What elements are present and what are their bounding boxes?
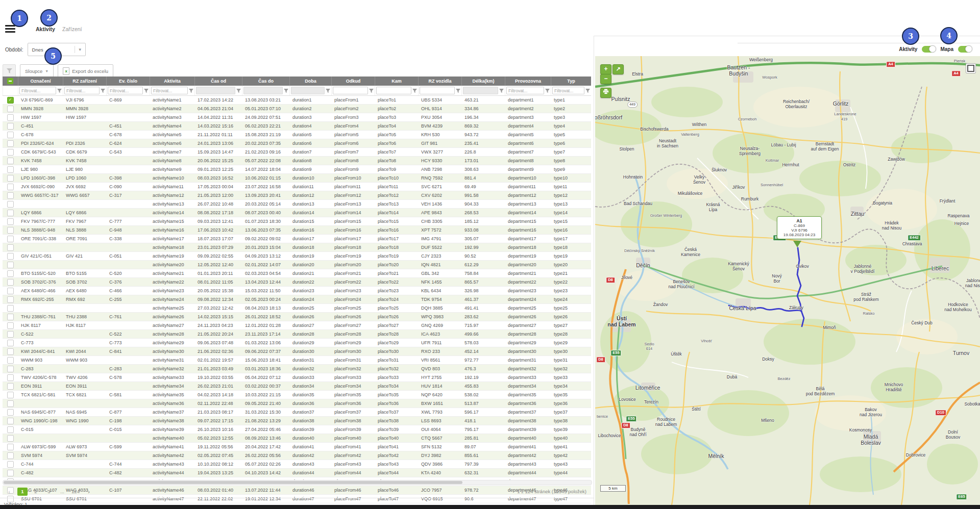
column-header[interactable]: Délka(km) [461, 77, 505, 86]
filter-input[interactable] [376, 87, 411, 94]
table-row[interactable]: RMX 692/C-255RMX 692C-255activityName240… [3, 295, 591, 304]
table-row[interactable]: WWM 903WWM 903activityName3102.01.2022 1… [3, 356, 591, 365]
table-row[interactable]: C-283C-283activityName3221.01.2023 03:49… [3, 365, 591, 373]
row-checkbox[interactable] [7, 305, 14, 312]
row-checkbox[interactable] [7, 253, 14, 260]
row-checkbox[interactable] [7, 435, 14, 442]
table-row[interactable]: GIV 421/C-051GIV 421C-051activityName190… [3, 252, 591, 261]
table-row[interactable]: activityName2012.05.2022 12:4002.01.2022… [3, 261, 591, 269]
row-checkbox[interactable] [7, 262, 14, 268]
pagination-next-button[interactable]: › [84, 488, 94, 496]
row-checkbox[interactable] [7, 374, 14, 381]
filter-input[interactable] [108, 87, 143, 94]
row-checkbox[interactable] [7, 357, 14, 364]
toggle-aktivity-switch[interactable] [922, 46, 936, 53]
row-checkbox[interactable] [7, 314, 14, 320]
table-row[interactable]: activityName2527.03.2022 12:4208.04.2023… [3, 304, 591, 313]
row-checkbox[interactable] [7, 166, 14, 173]
table-row[interactable]: SVM 5974SVM 5974activityName4202.05.2022… [3, 451, 591, 460]
table-row[interactable]: HJK 8117HJK 8117activityName2724.11.2023… [3, 321, 591, 330]
menu-hamburger-icon[interactable] [5, 25, 15, 33]
column-header[interactable]: Typ [551, 77, 591, 86]
row-checkbox[interactable] [7, 444, 14, 450]
table-row[interactable]: C-773C-773activityName2909.06.2023 07:48… [3, 339, 591, 347]
table-row[interactable]: activityName3602.11.2022 22:4809.05.2022… [3, 399, 591, 408]
table-row[interactable]: TCX 6821/C-581TCX 6821C-581activityName3… [3, 391, 591, 399]
filter-funnel-icon[interactable] [369, 86, 374, 95]
filter-funnel-icon[interactable] [57, 86, 62, 95]
filter-funnel-icon[interactable] [144, 86, 149, 95]
page-button[interactable]: 124 [70, 488, 81, 496]
row-checkbox[interactable] [7, 392, 14, 398]
export-excel-button[interactable]: x Export do excelu [58, 64, 113, 78]
table-row[interactable]: SOB 3702/C-376SOB 3702C-376activityName2… [3, 278, 591, 287]
filter-input[interactable] [552, 87, 584, 94]
table-row[interactable]: MMN 3928MMN 3928activityName204.06.2023 … [3, 105, 591, 113]
row-checkbox[interactable] [7, 426, 14, 433]
filter-input[interactable] [506, 87, 544, 94]
select-all-checkbox[interactable] [3, 77, 18, 86]
row-checkbox[interactable] [7, 418, 14, 424]
table-row[interactable]: WNG 1990/C-198WNG 1990C-198activityName3… [3, 417, 591, 425]
row-checkbox[interactable] [7, 340, 14, 346]
map-panel[interactable]: PieńskWeißenbergBautzen - BudyšinWospork… [595, 56, 980, 505]
row-checkbox[interactable] [7, 106, 14, 112]
column-header[interactable]: Čas od [194, 77, 242, 86]
table-row[interactable]: activityName1326.07.2022 10:4820.03.2022… [3, 200, 591, 209]
table-row[interactable]: activityName4005.02.2023 12:5508.09.2022… [3, 434, 591, 443]
map-expand-button[interactable]: ↗ [612, 64, 624, 74]
row-checkbox[interactable] [7, 409, 14, 416]
row-checkbox[interactable] [7, 244, 14, 251]
table-row[interactable]: C-015C-015activityName3926.10.2023 10:16… [3, 425, 591, 434]
row-checkbox[interactable] [7, 132, 14, 138]
column-header[interactable]: Provozovna [505, 77, 551, 86]
table-row[interactable]: EON 3911EON 3911activityName3426.02.2023… [3, 382, 591, 391]
table-row[interactable]: KVK 7458KVK 7458activityName820.06.2022 … [3, 157, 591, 165]
column-header[interactable]: Odkud [331, 77, 375, 86]
column-header[interactable]: Ev. číslo [106, 77, 150, 86]
columns-button[interactable]: Sloupce ▼ [20, 64, 54, 78]
column-header[interactable]: Kam [375, 77, 418, 86]
row-checkbox[interactable] [7, 366, 14, 372]
table-row[interactable]: NAS 6945/C-877NAS 6945C-877activityName3… [3, 408, 591, 417]
table-row[interactable]: ORE 7091/C-338ORE 7091C-338activityName1… [3, 235, 591, 243]
row-checkbox[interactable] [7, 201, 14, 208]
row-checkbox[interactable] [7, 227, 14, 234]
row-checkbox[interactable] [7, 149, 14, 156]
row-checkbox[interactable] [7, 348, 14, 355]
filter-funnel-icon[interactable] [101, 86, 105, 95]
page-button[interactable]: 2 [31, 488, 41, 496]
column-header[interactable]: Čas do [242, 77, 289, 86]
table-row[interactable]: THU 2388/C-761THU 2388C-761activityName2… [3, 313, 591, 321]
filter-input[interactable] [333, 87, 368, 94]
map-zoom-out-button[interactable]: − [600, 74, 611, 84]
row-checkbox[interactable] [7, 400, 14, 407]
table-row[interactable]: CDK 6679/C-543CDK 6679C-543activityName7… [3, 148, 591, 157]
row-checkbox[interactable] [7, 296, 14, 303]
filter-input[interactable] [420, 87, 455, 94]
row-checkbox[interactable] [7, 279, 14, 286]
table-row[interactable]: C-678C-678activityName521.11.2022 01:111… [3, 131, 591, 139]
table-row[interactable]: C-522C-522activityName2821.05.2022 20:24… [3, 330, 591, 339]
table-row[interactable]: C-482C-482activityName4419.04.2023 13:25… [3, 469, 591, 477]
filter-input[interactable] [64, 87, 100, 94]
table-row[interactable]: LQY 6866LQY 6866activityName1408.08.2022… [3, 209, 591, 217]
row-checkbox[interactable] [7, 470, 14, 476]
row-checkbox[interactable] [7, 184, 14, 190]
row-checkbox[interactable] [7, 123, 14, 130]
table-row[interactable]: C-744C-744activityName4310.10.2022 08:12… [3, 460, 591, 469]
row-checkbox[interactable]: ✓ [7, 97, 14, 104]
page-button[interactable]: 1 [17, 488, 28, 496]
row-checkbox[interactable] [7, 322, 14, 329]
table-row[interactable]: ALW 6973/C-599ALW 6973C-599activityName4… [3, 443, 591, 451]
table-row[interactable]: JVX 6692/C-090JVX 6692C-090activityName1… [3, 183, 591, 191]
table-row[interactable]: FKV 7967/C-777FKV 7967C-777activityName1… [3, 217, 591, 226]
filter-funnel-icon[interactable] [545, 86, 550, 95]
row-checkbox[interactable] [7, 236, 14, 242]
table-row[interactable]: PDI 2326/C-624PDI 2326C-624activityName6… [3, 139, 591, 148]
clear-filters-button[interactable] [3, 64, 16, 78]
pagination-prev-button[interactable]: ‹ [4, 488, 14, 496]
table-row[interactable]: ✓VJI 6796/C-869VJI 6796C-869activityName… [3, 96, 591, 105]
filter-funnel-icon[interactable] [585, 86, 590, 95]
row-checkbox[interactable] [7, 210, 14, 216]
